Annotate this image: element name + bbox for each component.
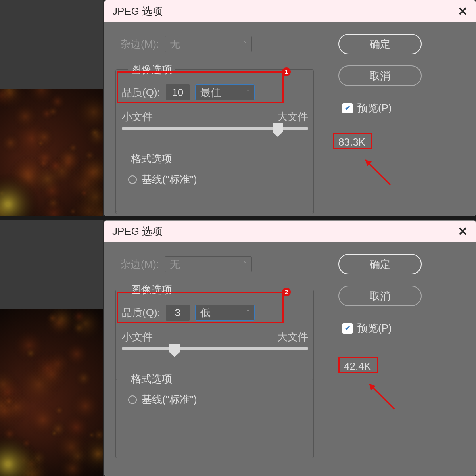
format-options-legend: 格式选项 (128, 372, 175, 386)
annotation-arrow (362, 377, 398, 413)
jpeg-options-dialog: JPEG 选项 ✕ 杂边(M): 无 ˅ 图像选项 品质(Q): 3 低 ˅ (104, 220, 476, 476)
matte-value: 无 (170, 37, 180, 51)
preview-checkbox[interactable]: ✔ 预览(P) (342, 321, 392, 335)
preview-checkbox[interactable]: ✔ 预览(P) (342, 101, 392, 115)
close-icon[interactable]: ✕ (458, 4, 468, 18)
matte-select[interactable]: 无 ˅ (165, 256, 252, 272)
baseline-label: 基线("标准") (142, 393, 197, 407)
radio-icon (128, 395, 137, 404)
image-options-legend: 图像选项 (128, 283, 175, 297)
checkmark-icon: ✔ (342, 323, 353, 334)
chevron-down-icon: ˅ (246, 89, 250, 96)
baseline-radio[interactable]: 基线("标准") (128, 173, 197, 186)
cancel-button[interactable]: 取消 (338, 65, 422, 86)
image-options-legend: 图像选项 (128, 63, 175, 77)
dialog-title: JPEG 选项 (112, 225, 163, 238)
jpeg-options-dialog: JPEG 选项 ✕ 杂边(M): 无 ˅ 图像选项 品质(Q): 10 最 (104, 0, 476, 216)
baseline-label: 基线("标准") (142, 173, 197, 186)
slider-max-label: 大文件 (277, 330, 308, 344)
slider-min-label: 小文件 (122, 110, 153, 124)
annotation-badge: 1 (282, 67, 291, 76)
quality-input[interactable]: 3 (166, 305, 190, 321)
quality-preset-value: 最佳 (200, 86, 221, 100)
filesize-text: 83.3K (335, 135, 369, 149)
titlebar: JPEG 选项 ✕ (104, 0, 476, 22)
matte-value: 无 (170, 257, 180, 271)
slider-min-label: 小文件 (122, 330, 153, 344)
thumbnail-image (0, 309, 103, 476)
quality-preset-select[interactable]: 低 ˅ (195, 305, 255, 321)
baseline-radio[interactable]: 基线("标准") (128, 393, 197, 407)
filesize-text: 42.4K (341, 359, 374, 373)
cancel-button[interactable]: 取消 (338, 286, 422, 306)
thumbnail-image (0, 89, 103, 216)
radio-icon (128, 175, 137, 184)
matte-label: 杂边(M): (120, 257, 159, 271)
annotation-badge: 2 (282, 288, 291, 296)
quality-label: 品质(Q): (122, 306, 160, 320)
quality-preset-value: 低 (200, 306, 211, 320)
chevron-down-icon: ˅ (246, 309, 250, 317)
matte-label: 杂边(M): (120, 37, 159, 51)
chevron-down-icon: ˅ (244, 40, 247, 48)
slider-thumb[interactable] (169, 344, 180, 352)
ok-button[interactable]: 确定 (338, 254, 422, 274)
checkmark-icon: ✔ (342, 103, 353, 113)
quality-label: 品质(Q): (122, 86, 160, 100)
quality-input[interactable]: 10 (166, 84, 190, 100)
ok-button[interactable]: 确定 (338, 34, 422, 54)
quality-preset-select[interactable]: 最佳 ˅ (195, 84, 255, 100)
quality-slider[interactable] (122, 346, 308, 351)
preview-label: 预览(P) (357, 321, 392, 335)
preview-label: 预览(P) (357, 101, 392, 115)
quality-slider[interactable] (122, 126, 308, 131)
dialog-title: JPEG 选项 (112, 4, 163, 18)
close-icon[interactable]: ✕ (458, 225, 468, 238)
annotation-arrow (358, 153, 394, 188)
chevron-down-icon: ˅ (244, 261, 247, 268)
slider-max-label: 大文件 (277, 110, 308, 124)
titlebar: JPEG 选项 ✕ (104, 221, 476, 242)
matte-select[interactable]: 无 ˅ (165, 36, 252, 52)
slider-thumb[interactable] (273, 123, 283, 132)
format-options-legend: 格式选项 (128, 152, 175, 166)
